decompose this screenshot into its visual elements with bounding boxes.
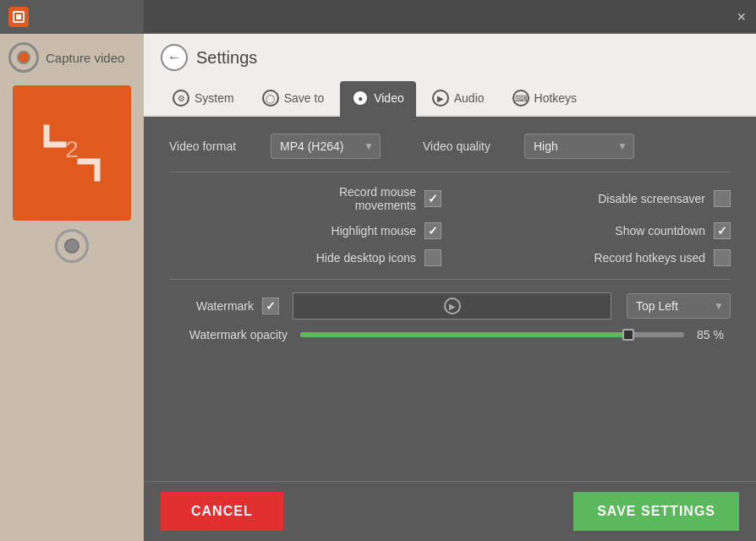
- app-icon: [8, 7, 29, 27]
- disable-screensaver-checkbox[interactable]: [714, 190, 731, 207]
- disable-screensaver-label: Disable screensaver: [598, 192, 705, 205]
- options-grid: Record mousemovements Disable screensave…: [169, 185, 731, 266]
- video-tab-icon: ●: [352, 90, 369, 107]
- record-mouse-label: Record mousemovements: [339, 185, 416, 212]
- format-label: Video format: [169, 139, 254, 153]
- watermark-play-icon: ▶: [444, 298, 461, 314]
- hotkeys-tab-label: Hotkeys: [534, 91, 578, 105]
- show-countdown-checkbox[interactable]: [714, 222, 731, 239]
- opacity-value: 85 %: [697, 328, 731, 342]
- cancel-button[interactable]: CANCEL: [161, 492, 283, 531]
- svg-rect-1: [16, 14, 21, 19]
- highlight-mouse-checkbox[interactable]: [425, 222, 441, 239]
- tab-audio[interactable]: ▶ Audio: [420, 81, 496, 117]
- bg-sidebar: Capture video 2: [0, 34, 144, 541]
- record-hotkeys-checkbox[interactable]: [714, 249, 731, 266]
- watermark-checkbox[interactable]: [262, 298, 279, 314]
- watermark-preview[interactable]: ▶: [293, 292, 611, 320]
- divider-1: [169, 172, 731, 172]
- watermark-row: Watermark ▶ Top Left Top Right Bottom Le…: [169, 292, 731, 320]
- tab-saveto[interactable]: ◯ Save to: [250, 81, 336, 117]
- watermark-pos-wrapper: Top Left Top Right Bottom Left Bottom Ri…: [627, 293, 731, 319]
- record-mouse-row: Record mousemovements: [169, 185, 441, 212]
- dialog-content: Video format MP4 (H264) AVI MOV WMV ▼ Vi…: [144, 117, 756, 481]
- show-countdown-row: Show countdown: [458, 222, 731, 239]
- opacity-slider-container: [300, 326, 684, 343]
- tabs-bar: ⚙ System ◯ Save to ● Video ▶ Audio ⌨ Hot…: [144, 81, 756, 117]
- record-btn-sidebar: [55, 229, 89, 263]
- show-countdown-label: Show countdown: [615, 224, 705, 238]
- video-tab-label: Video: [374, 91, 404, 105]
- settings-header: ← Settings: [144, 34, 756, 81]
- hotkeys-tab-icon: ⌨: [512, 90, 529, 107]
- record-button-bg: [8, 42, 39, 73]
- divider-2: [169, 279, 731, 280]
- highlight-mouse-label: Highlight mouse: [331, 224, 416, 238]
- svg-text:2: 2: [65, 136, 79, 162]
- record-inner-bg: [17, 51, 30, 64]
- highlight-mouse-row: Highlight mouse: [169, 222, 441, 239]
- quality-select-wrapper: High Medium Low ▼: [524, 134, 634, 159]
- opacity-slider-thumb[interactable]: [622, 329, 634, 341]
- saveto-tab-label: Save to: [284, 91, 324, 105]
- settings-title: Settings: [196, 48, 257, 68]
- record-inner-sidebar: [64, 238, 79, 254]
- system-tab-icon: ⚙: [173, 90, 189, 107]
- opacity-slider-track: [300, 332, 684, 337]
- opacity-label: Watermark opacity: [169, 328, 288, 342]
- audio-tab-label: Audio: [454, 91, 485, 105]
- format-quality-row: Video format MP4 (H264) AVI MOV WMV ▼ Vi…: [169, 134, 731, 159]
- settings-dialog: × ← Settings ⚙ System ◯ Save to ● Video …: [144, 0, 756, 541]
- opacity-slider-fill: [300, 332, 627, 337]
- system-tab-label: System: [194, 91, 234, 105]
- hide-icons-label: Hide desktop icons: [316, 251, 416, 265]
- disable-screensaver-row: Disable screensaver: [458, 185, 731, 212]
- dialog-titlebar: ×: [144, 0, 756, 34]
- hide-icons-row: Hide desktop icons: [169, 249, 441, 266]
- back-arrow-icon: ←: [167, 50, 181, 65]
- back-button[interactable]: ←: [161, 44, 188, 71]
- record-hotkeys-label: Record hotkeys used: [594, 251, 705, 265]
- watermark-label: Watermark: [169, 299, 254, 313]
- tab-system[interactable]: ⚙ System: [161, 81, 246, 117]
- saveto-tab-icon: ◯: [262, 90, 279, 107]
- tab-hotkeys[interactable]: ⌨ Hotkeys: [501, 81, 589, 117]
- dialog-footer: CANCEL SAVE SETTINGS: [144, 481, 756, 541]
- thumbnail-item: 2: [13, 85, 131, 221]
- close-button[interactable]: ×: [737, 9, 746, 25]
- tab-video[interactable]: ● Video: [340, 81, 416, 117]
- audio-tab-icon: ▶: [432, 90, 449, 107]
- record-mouse-checkbox[interactable]: [425, 190, 441, 207]
- watermark-position-select[interactable]: Top Left Top Right Bottom Left Bottom Ri…: [627, 293, 731, 319]
- capture-label: Capture video: [46, 51, 124, 65]
- save-settings-button[interactable]: SAVE SETTINGS: [573, 492, 739, 531]
- opacity-row: Watermark opacity 85 %: [169, 326, 731, 343]
- record-hotkeys-row: Record hotkeys used: [458, 249, 731, 266]
- format-select[interactable]: MP4 (H264) AVI MOV WMV: [271, 134, 381, 159]
- format-select-wrapper: MP4 (H264) AVI MOV WMV ▼: [271, 134, 381, 159]
- hide-icons-checkbox[interactable]: [425, 249, 441, 266]
- quality-select[interactable]: High Medium Low: [524, 134, 634, 159]
- quality-label: Video quality: [423, 139, 507, 153]
